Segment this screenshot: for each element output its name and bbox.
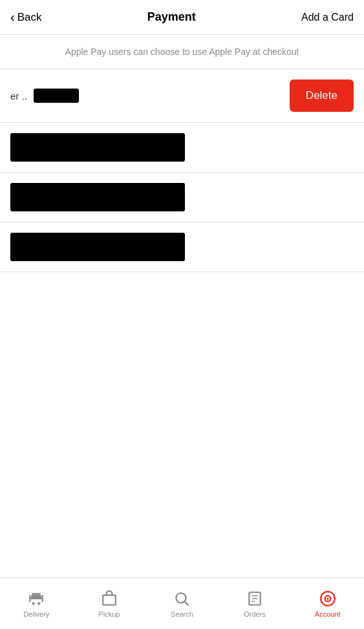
card-prefix: er ..	[10, 91, 27, 101]
payment-item	[0, 222, 364, 272]
svg-point-9	[327, 597, 328, 599]
nav-item-account[interactable]: Account	[291, 590, 364, 618]
payment-item-left: er ..	[10, 89, 79, 103]
delete-btn-wrapper: Delete	[290, 80, 354, 112]
info-banner: Apple Pay users can choose to use Apple …	[0, 35, 364, 69]
info-banner-text: Apple Pay users can choose to use Apple …	[65, 47, 299, 57]
svg-rect-0	[103, 595, 116, 604]
page-title: Payment	[147, 10, 196, 24]
payment-item: er .. Delete	[0, 69, 364, 123]
nav-item-search[interactable]: Search	[145, 590, 219, 618]
add-card-button[interactable]: Add a Card	[301, 12, 354, 23]
pickup-label: Pickup	[98, 610, 120, 618]
back-chevron-icon: ‹	[10, 10, 15, 25]
account-icon	[319, 590, 337, 608]
search-icon	[173, 590, 191, 608]
payment-item	[0, 123, 364, 173]
redacted-card-item	[10, 133, 185, 162]
payment-item	[0, 173, 364, 222]
orders-icon	[246, 590, 264, 608]
payment-list: er .. Delete	[0, 69, 364, 272]
back-label: Back	[17, 11, 42, 24]
nav-item-pickup[interactable]: Pickup	[73, 590, 146, 618]
delete-button[interactable]: Delete	[293, 83, 350, 109]
svg-line-2	[185, 601, 188, 604]
orders-label: Orders	[244, 610, 266, 618]
delivery-icon	[27, 590, 45, 608]
back-button[interactable]: ‹ Back	[10, 10, 41, 25]
redacted-card-item	[10, 233, 185, 261]
nav-item-delivery[interactable]: Delivery	[0, 590, 73, 618]
bottom-nav: Delivery Pickup Search	[0, 577, 364, 629]
nav-item-orders[interactable]: Orders	[219, 590, 292, 618]
redacted-card-item	[10, 183, 185, 211]
search-label: Search	[171, 610, 193, 618]
top-nav: ‹ Back Payment Add a Card	[0, 0, 364, 35]
pickup-icon	[100, 590, 118, 608]
redacted-card-number	[34, 89, 79, 103]
delivery-label: Delivery	[23, 610, 49, 618]
account-label: Account	[315, 610, 341, 618]
